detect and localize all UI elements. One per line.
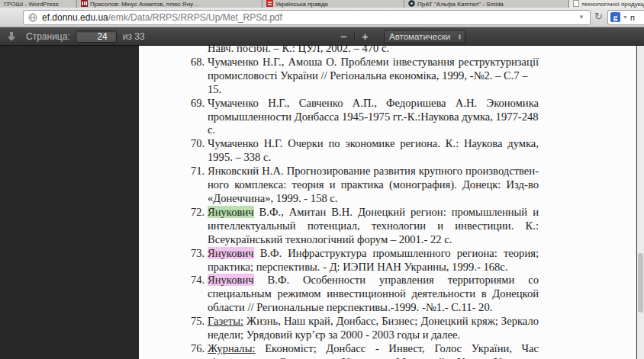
reference-line: Янукович В.Ф. Особенности управления тер… <box>208 274 539 287</box>
reference-item: 69.Чумаченко Н.Г., Савченко А.П., Федори… <box>208 97 539 138</box>
reference-line: области // Региональные перспективы.-199… <box>208 301 539 315</box>
reference-line: интеллектуальный потенциал, технологии и… <box>208 220 539 233</box>
reference-item: 68.Чумаченко Н.Г., Амоша О. Проблеми інв… <box>208 56 539 97</box>
reference-line: практика; перспективы. - Д: ИЭПИ НАН Укр… <box>208 261 539 274</box>
tab-title: Українська правда <box>275 0 328 8</box>
page-label: Страница: <box>26 31 70 42</box>
reference-line: Всеукраїнський технологічний форум – 200… <box>208 233 539 247</box>
zoom-level-select[interactable]: Автоматически ▲▼ <box>384 30 465 43</box>
reference-number: 74. <box>191 274 208 287</box>
reload-button[interactable]: ↻ <box>592 11 605 24</box>
highlight-pink: Янукович <box>208 247 254 259</box>
reference-text: Економіст; Донбасс - Инвест, Голос Украї… <box>256 342 539 354</box>
browser-tab-1[interactable]: ГРОШІ - WordPress <box>0 0 77 8</box>
reference-item: 73.Янукович В.Ф. Инфраструктура промышле… <box>208 247 539 274</box>
reference-text: Всеукраїнський технологічний форум – 200… <box>208 233 452 245</box>
highlight-green: Янукович <box>208 206 254 218</box>
reference-number: 69. <box>191 97 208 111</box>
up-red-icon <box>266 0 273 7</box>
reference-text: ного комплекса: теория и практика (моног… <box>208 178 539 191</box>
pdf-viewer: Навч. посібн. – К.: ЦУЛ, 2002. – 470 с.6… <box>0 46 644 359</box>
reference-line: Журналы: Економіст; Донбасс - Инвест, Го… <box>208 342 539 356</box>
url-bar[interactable]: ef.donnu.edu.ua/emk/Data/RRPS/RRPS/Up/Me… <box>23 10 591 25</box>
reference-text: практика; перспективы. - Д: ИЭПИ НАН Укр… <box>208 261 507 273</box>
page-total: из 33 <box>123 31 145 42</box>
highlight-pink: Янукович <box>208 274 254 286</box>
underlined-heading: Газеты: <box>208 315 243 327</box>
dark-circle-icon <box>408 0 415 7</box>
reference-line: Янковский Н.А. Прогнозирование развития … <box>208 165 539 178</box>
reference-line: Янукович В.Ф., Амитан В.Н. Донецкий реги… <box>208 206 539 220</box>
reference-text: В.Ф., Амитан В.Н. Донецкий регион: промы… <box>254 206 539 218</box>
search-engine-dropdown-icon[interactable]: ▼ <box>623 14 628 20</box>
reference-number: 68. <box>191 56 208 69</box>
pdf-toolbar: Страница: из 33 − + Автоматически ▲▼ <box>0 27 644 46</box>
reference-text: «Донеччина», 1999. - 158 с. <box>208 192 338 204</box>
reference-line: Янукович В.Ф. Инфраструктура промышленно… <box>208 247 539 261</box>
reference-line: Навч. посібн. – К.: ЦУЛ, 2002. – 470 с. <box>208 46 539 56</box>
pdf-page: Навч. посібн. – К.: ЦУЛ, 2002. – 470 с.6… <box>139 46 636 359</box>
reference-item: Навч. посібн. – К.: ЦУЛ, 2002. – 470 с. <box>208 46 539 56</box>
reference-line: специальным режимом инвестиционной деяте… <box>208 287 539 301</box>
reference-text: Янковский Н.А. Прогнозирование развития … <box>208 165 539 177</box>
select-spinner-icon: ▲▼ <box>458 34 462 40</box>
reference-item: 74.Янукович В.Ф. Особенности управления … <box>208 274 539 315</box>
reference-text: Чумаченко Н.Г. Очерки по экономике регио… <box>208 137 539 149</box>
page-number-input[interactable] <box>76 30 117 43</box>
url-text: ef.donnu.edu.ua/emk/Data/RRPS/RRPS/Up/Me… <box>42 12 282 23</box>
reference-text: интеллектуальный потенциал, технологии и… <box>208 220 539 232</box>
reference-text: промисловості України // Регіональна еко… <box>208 69 528 95</box>
reference-line: «Донеччина», 1999. - 158 с. <box>208 192 539 206</box>
reference-text: В.Ф. Инфраструктура промышленного регион… <box>254 247 539 259</box>
reference-text: Чумаченко Н.Г., Савченко А.П., Федоришев… <box>208 97 539 109</box>
zoom-controls: − + Автоматически ▲▼ <box>333 27 465 45</box>
reference-text: специальным режимом инвестиционной деяте… <box>208 287 539 300</box>
browser-tab-5[interactable]: технологічної продукції з ла… <box>569 0 644 8</box>
globe-icon <box>28 13 37 22</box>
reference-item: 75.Газеты: Жизнь, Наш край, Донбасс, Биз… <box>208 315 539 342</box>
browser-tab-strip: ГРОШІ - WordPress Прасолов: Мінус Ахмето… <box>0 0 644 8</box>
reference-item: 72.Янукович В.Ф., Амитан В.Н. Донецкий р… <box>208 206 539 247</box>
tab-title: технологічної продукції з ла… <box>581 0 644 8</box>
zoom-in-button[interactable]: + <box>355 28 375 45</box>
reference-number: 70. <box>191 137 208 151</box>
reference-text: промышленности Донбасса 1945-1975 гг.-К.… <box>208 111 539 136</box>
reference-text: відродження, Экономика Украины, Меркурий… <box>208 356 539 359</box>
reference-line: недели; Урядовий кур’єр за 2000 - 2003 г… <box>208 329 539 342</box>
reference-number: 75. <box>191 315 208 329</box>
zoom-level-value: Автоматически <box>389 32 450 41</box>
reference-number: 72. <box>191 206 208 220</box>
browser-tab-3[interactable]: Українська правда <box>262 0 404 8</box>
underlined-heading: Журналы: <box>208 342 256 354</box>
reference-line: Чумаченко Н.Г., Савченко А.П., Федоришев… <box>208 97 539 111</box>
search-text: п <box>630 13 635 22</box>
vertical-scrollbar[interactable] <box>637 46 644 359</box>
tab-title: Прасолов: Мінус Ахметов, плюс Яну… <box>90 0 199 8</box>
search-input[interactable]: g ▼ п <box>607 10 644 25</box>
reference-item: 76.Журналы: Економіст; Донбасс - Инвест,… <box>208 342 539 359</box>
reference-text: Чумаченко Н.Г., Амоша О. Проблеми інвест… <box>208 56 539 68</box>
reference-line: ного комплекса: теория и практика (моног… <box>208 178 539 192</box>
reference-text: Навч. посібн. – К.: ЦУЛ, 2002. – 470 с. <box>208 46 389 54</box>
reference-line: промышленности Донбасса 1945-1975 гг.-К.… <box>208 111 539 138</box>
reference-item: 70.Чумаченко Н.Г. Очерки по экономике ре… <box>208 137 539 165</box>
url-domain: ef.donnu.edu.ua <box>42 12 108 23</box>
reference-number: 71. <box>191 165 208 178</box>
down-arrow-icon[interactable] <box>6 31 17 42</box>
reference-line: промисловості України // Регіональна еко… <box>208 69 539 97</box>
reference-line: 1995. – 338 с. <box>208 151 539 165</box>
address-bar-row: ef.donnu.edu.ua/emk/Data/RRPS/RRPS/Up/Me… <box>0 8 644 27</box>
reference-line: Чумаченко Н.Г. Очерки по экономике регио… <box>208 137 539 151</box>
browser-tab-2[interactable]: Прасолов: Мінус Ахметов, плюс Яну… <box>77 0 262 8</box>
reference-number: 73. <box>191 247 208 261</box>
history-dropdown-icon[interactable]: ▼ <box>576 14 587 21</box>
scrollbar-thumb[interactable] <box>638 253 643 313</box>
reference-line: відродження, Экономика Украины, Меркурий… <box>208 356 539 359</box>
reference-text: области // Региональные перспективы.-199… <box>208 301 492 313</box>
browser-tab-4[interactable]: ПрАТ "Альфа Капітал" - Smida <box>404 0 569 8</box>
reference-list: Навч. посібн. – К.: ЦУЛ, 2002. – 470 с.6… <box>208 46 539 359</box>
url-path: /emk/Data/RRPS/RRPS/Up/Met_RPSd.pdf <box>108 12 282 23</box>
zoom-out-button[interactable]: − <box>333 28 354 45</box>
reference-text: Жизнь, Наш край, Донбасс, Бизнес; Донецк… <box>243 315 539 327</box>
reference-text: недели; Урядовий кур’єр за 2000 - 2003 г… <box>208 329 460 341</box>
